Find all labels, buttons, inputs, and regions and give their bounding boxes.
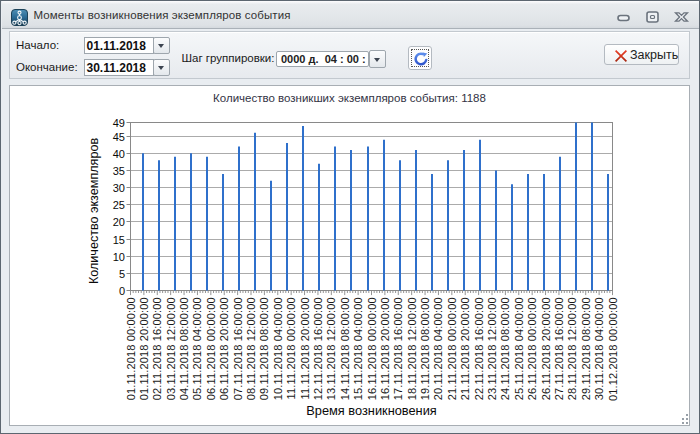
svg-text:03.11.2018 12:00:00: 03.11.2018 12:00:00 bbox=[165, 297, 177, 400]
svg-text:06.11.2018 00:00:00: 06.11.2018 00:00:00 bbox=[205, 297, 217, 400]
svg-text:35: 35 bbox=[113, 165, 125, 177]
svg-text:Время возникновения: Время возникновения bbox=[306, 403, 437, 418]
svg-text:22.11.2018 16:00:00: 22.11.2018 16:00:00 bbox=[473, 297, 485, 400]
svg-text:13.11.2018 12:00:00: 13.11.2018 12:00:00 bbox=[325, 297, 337, 400]
svg-text:30: 30 bbox=[113, 182, 125, 194]
svg-text:28.11.2018 12:00:00: 28.11.2018 12:00:00 bbox=[566, 297, 578, 400]
svg-text:18.11.2018 12:00:00: 18.11.2018 12:00:00 bbox=[406, 297, 418, 400]
svg-text:07.11.2018 16:00:00: 07.11.2018 16:00:00 bbox=[232, 297, 244, 400]
svg-text:27.11.2018 16:00:00: 27.11.2018 16:00:00 bbox=[553, 297, 565, 400]
svg-text:12.11.2018 16:00:00: 12.11.2018 16:00:00 bbox=[312, 297, 324, 400]
svg-text:14.11.2018 08:00:00: 14.11.2018 08:00:00 bbox=[339, 297, 351, 400]
svg-text:15.11.2018 04:00:00: 15.11.2018 04:00:00 bbox=[352, 297, 364, 400]
svg-text:49: 49 bbox=[113, 117, 125, 129]
svg-text:23.11.2018 12:00:00: 23.11.2018 12:00:00 bbox=[486, 297, 498, 400]
svg-text:21.11.2018 20:00:00: 21.11.2018 20:00:00 bbox=[459, 297, 471, 400]
svg-text:40: 40 bbox=[113, 148, 125, 160]
svg-text:26.11.2018 00:00:00: 26.11.2018 00:00:00 bbox=[526, 297, 538, 400]
svg-text:5: 5 bbox=[119, 268, 125, 280]
svg-text:16.11.2018 20:00:00: 16.11.2018 20:00:00 bbox=[379, 297, 391, 400]
svg-text:01.11.2018 20:00:00: 01.11.2018 20:00:00 bbox=[138, 297, 150, 400]
svg-text:Количество возникших экземпляр: Количество возникших экземпляров события… bbox=[213, 92, 486, 104]
svg-text:06.11.2018 20:00:00: 06.11.2018 20:00:00 bbox=[218, 297, 230, 400]
svg-text:17.11.2018 16:00:00: 17.11.2018 16:00:00 bbox=[392, 297, 404, 400]
svg-text:09.11.2018 08:00:00: 09.11.2018 08:00:00 bbox=[258, 297, 270, 400]
svg-text:Количество экземпляров: Количество экземпляров bbox=[87, 138, 101, 284]
svg-text:20: 20 bbox=[113, 216, 125, 228]
svg-text:10: 10 bbox=[113, 251, 125, 263]
svg-text:45: 45 bbox=[113, 131, 125, 143]
svg-text:25: 25 bbox=[113, 199, 125, 211]
svg-text:11.11.2018 20:00:00: 11.11.2018 20:00:00 bbox=[299, 297, 311, 399]
svg-text:29.11.2018 08:00:00: 29.11.2018 08:00:00 bbox=[580, 297, 592, 400]
svg-text:02.11.2018 16:00:00: 02.11.2018 16:00:00 bbox=[151, 297, 163, 400]
svg-text:19.11.2018 08:00:00: 19.11.2018 08:00:00 bbox=[419, 297, 431, 400]
svg-text:25.11.2018 04:00:00: 25.11.2018 04:00:00 bbox=[513, 297, 525, 400]
svg-text:24.11.2018 08:00:00: 24.11.2018 08:00:00 bbox=[499, 297, 511, 400]
svg-text:01.12.2018 00:00:00: 01.12.2018 00:00:00 bbox=[607, 297, 619, 401]
svg-text:05.11.2018 04:00:00: 05.11.2018 04:00:00 bbox=[191, 297, 203, 400]
svg-text:0: 0 bbox=[119, 285, 125, 297]
svg-text:16.11.2018 00:00:00: 16.11.2018 00:00:00 bbox=[366, 297, 378, 400]
svg-text:10.11.2018 04:00:00: 10.11.2018 04:00:00 bbox=[272, 297, 284, 400]
svg-text:08.11.2018 12:00:00: 08.11.2018 12:00:00 bbox=[245, 297, 257, 400]
svg-text:26.11.2018 20:00:00: 26.11.2018 20:00:00 bbox=[540, 297, 552, 400]
svg-text:30.11.2018 04:00:00: 30.11.2018 04:00:00 bbox=[593, 297, 605, 400]
svg-text:20.11.2018 04:00:00: 20.11.2018 04:00:00 bbox=[432, 297, 444, 400]
svg-text:01.11.2018 00:00:00: 01.11.2018 00:00:00 bbox=[125, 297, 137, 400]
svg-text:11.11.2018 00:00:00: 11.11.2018 00:00:00 bbox=[285, 297, 297, 399]
svg-text:21.11.2018 00:00:00: 21.11.2018 00:00:00 bbox=[446, 297, 458, 400]
svg-text:15: 15 bbox=[113, 234, 125, 246]
svg-text:04.11.2018 08:00:00: 04.11.2018 08:00:00 bbox=[178, 297, 190, 400]
